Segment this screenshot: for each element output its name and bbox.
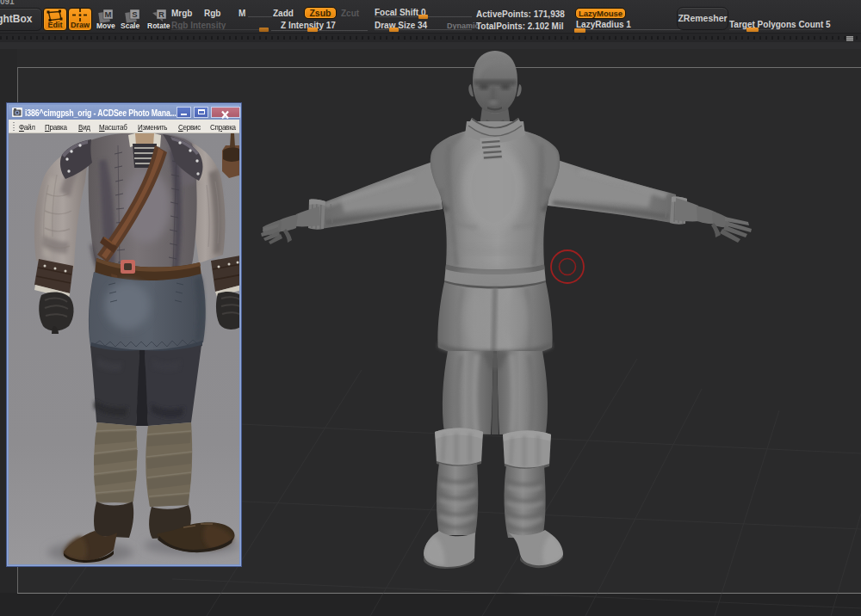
svg-text:S: S [132, 9, 137, 19]
svg-text:R: R [158, 9, 164, 19]
svg-text:M: M [105, 9, 112, 19]
